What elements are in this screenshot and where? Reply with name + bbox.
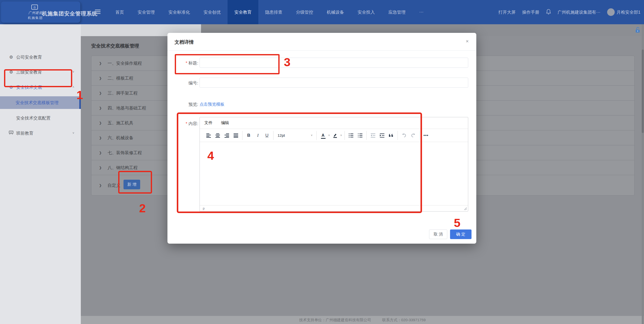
blockquote-icon[interactable] (387, 132, 395, 139)
content-field-label: 内容: (176, 121, 198, 127)
text-color-icon[interactable]: A (319, 132, 327, 139)
editor-menu-file[interactable]: 文件 (204, 120, 212, 126)
chevron-right-icon: ❯ (99, 91, 102, 95)
app-title: 机施集团安全管理系统 (42, 10, 97, 17)
nav-item-home[interactable]: 首页 (109, 0, 131, 24)
main-nav: 首页 安全管理 安全标准化 安全创优 安全教育 隐患排查 分级管控 机械设备 安… (109, 0, 430, 24)
sidebar-item-disclosure-config[interactable]: 安全技术交底配置 (0, 112, 81, 124)
menu-collapse-icon[interactable] (95, 10, 101, 15)
page-title: 安全技术交底模板管理 (91, 43, 139, 49)
nav-item-safety-education[interactable]: 安全教育 (228, 0, 258, 24)
sidebar-item-safety-disclosure[interactable]: ⚙ 安全技术交底 ˄ (0, 81, 81, 94)
contact-text: 联系方式：020-33971759 (382, 318, 426, 322)
underline-icon[interactable]: U (263, 132, 271, 139)
close-icon[interactable]: × (466, 38, 469, 44)
operation-manual-link[interactable]: 操作手册 (522, 9, 539, 15)
element-path-tag: p (203, 206, 205, 210)
title-input[interactable] (200, 58, 468, 68)
company-logo-icon: ◎ (31, 5, 38, 10)
nav-item-emergency[interactable]: 应急管理 (382, 0, 412, 24)
italic-icon[interactable]: I (254, 132, 262, 139)
code-input[interactable] (200, 78, 468, 88)
chevron-down-icon: ˅ (72, 70, 74, 74)
presentation-board-icon (9, 131, 14, 136)
nav-item-grading-control[interactable]: 分级管控 (289, 0, 320, 24)
chevron-right-icon: ❯ (99, 151, 102, 155)
chevron-right-icon: ❯ (99, 61, 102, 65)
scrollbar-thumb[interactable] (642, 50, 644, 133)
open-big-screen-link[interactable]: 打开大屏 (499, 9, 516, 15)
org-name[interactable]: 广州机施建设集团有··· (558, 9, 601, 15)
user-menu[interactable]: 月检安全部1 (607, 8, 640, 16)
sidebar-item-company-safety-education[interactable]: ⚙ 公司安全教育 (0, 51, 81, 63)
support-text: 技术支持单位：广州穗建建造科技有限公司 (299, 318, 371, 322)
dialog-header: 文档详情 × (167, 33, 476, 51)
chevron-down-icon: ˅ (72, 131, 74, 135)
dialog-footer: 取 消 确 定 (167, 222, 476, 244)
more-tools-icon[interactable]: ••• (422, 132, 430, 139)
numbered-list-icon[interactable] (356, 132, 364, 139)
page-footer: 技术支持单位：广州穗建建造科技有限公司 联系方式：020-33971759 (81, 316, 644, 324)
chevron-right-icon: ❯ (99, 183, 102, 187)
editor-menu-edit[interactable]: 编辑 (221, 120, 229, 126)
align-left-icon[interactable] (205, 132, 212, 139)
nav-item-safety-mgmt[interactable]: 安全管理 (131, 0, 162, 24)
add-template-button[interactable]: 新 增 (123, 180, 140, 189)
indent-icon[interactable] (378, 132, 386, 139)
chevron-down-icon[interactable]: ˅ (340, 134, 342, 137)
editor-toolbar: B I U 12pt ˅ A ˅ ˅ (200, 129, 468, 142)
chevron-right-icon: ❯ (99, 121, 102, 125)
chevron-down-icon[interactable]: ˅ (328, 134, 330, 137)
logo-script-text: 广州建筑 (27, 11, 43, 15)
preview-template-link[interactable]: 点击预览模板 (200, 102, 225, 107)
chevron-right-icon: ❯ (99, 106, 102, 110)
nav-item-standardization[interactable]: 安全标准化 (162, 0, 197, 24)
editor-content-area[interactable] (200, 142, 468, 205)
avatar (607, 8, 615, 16)
outdent-icon[interactable] (369, 132, 377, 139)
undo-icon[interactable] (400, 132, 408, 139)
bell-icon[interactable] (546, 9, 551, 16)
header-actions: 打开大屏 操作手册 广州机施建设集团有··· 月检安全部1 (499, 0, 640, 24)
editor-menubar: 文件 编辑 (200, 117, 468, 129)
nav-item-safety-investment[interactable]: 安全投入 (351, 0, 382, 24)
dialog-title: 文档详情 (175, 39, 194, 45)
cancel-button[interactable]: 取 消 (429, 229, 447, 239)
highlight-color-icon[interactable] (331, 132, 339, 139)
align-justify-icon[interactable] (232, 132, 240, 139)
lock-tabs-icon[interactable] (635, 27, 640, 34)
bullet-list-icon[interactable] (347, 132, 355, 139)
gear-icon: ⚙ (9, 70, 14, 75)
rich-text-editor: 文件 编辑 B I U 12pt ˅ (200, 117, 468, 212)
nav-item-more[interactable]: ··· (412, 0, 430, 24)
chevron-right-icon: ❯ (99, 136, 102, 140)
scrollbar[interactable] (642, 24, 644, 324)
confirm-button[interactable]: 确 定 (450, 229, 472, 239)
align-center-icon[interactable] (214, 132, 221, 139)
document-detail-dialog: 文档详情 × 标题: 编号: 预览: 点击预览模板 内容: 文件 编辑 B I … (167, 33, 476, 244)
gear-icon: ⚙ (9, 55, 14, 60)
preview-field-label: 预览: (176, 102, 198, 107)
bold-icon[interactable]: B (245, 132, 253, 139)
font-size-select[interactable]: 12pt ˅ (276, 133, 314, 137)
sidebar-item-disclosure-template-management[interactable]: 安全技术交底模板管理 (0, 96, 81, 109)
chevron-right-icon: ❯ (99, 166, 102, 170)
editor-status-bar: p (200, 205, 468, 212)
nav-item-machinery[interactable]: 机械设备 (320, 0, 351, 24)
align-right-icon[interactable] (223, 132, 231, 139)
chevron-up-icon: ˄ (72, 85, 74, 89)
top-header: ◎ 广州建筑 机施集团 机施集团安全管理系统 首页 安全管理 安全标准化 安全创… (0, 0, 644, 24)
redo-icon[interactable] (409, 132, 417, 139)
nav-item-hazard-check[interactable]: 隐患排查 (258, 0, 289, 24)
logo-card: ◎ 广州建筑 机施集团 机施集团安全管理系统 (1, 2, 80, 23)
chevron-down-icon: ˅ (311, 134, 312, 137)
active-indicator-bar (79, 96, 81, 109)
chevron-right-icon: ❯ (99, 76, 102, 80)
code-field-label: 编号: (176, 80, 198, 86)
sidebar: ⚙ 公司安全教育 ⚙ 三级安全教育 ˅ ⚙ 安全技术交底 ˄ 安全技术交底模板管… (0, 24, 81, 324)
nav-item-excellence[interactable]: 安全创优 (197, 0, 228, 24)
user-name: 月检安全部1 (617, 9, 640, 15)
sidebar-item-pre-shift-education[interactable]: 班前教育 ˅ (0, 127, 81, 140)
sidebar-item-three-level-education[interactable]: ⚙ 三级安全教育 ˅ (0, 66, 81, 78)
resize-handle-icon[interactable] (463, 207, 467, 211)
